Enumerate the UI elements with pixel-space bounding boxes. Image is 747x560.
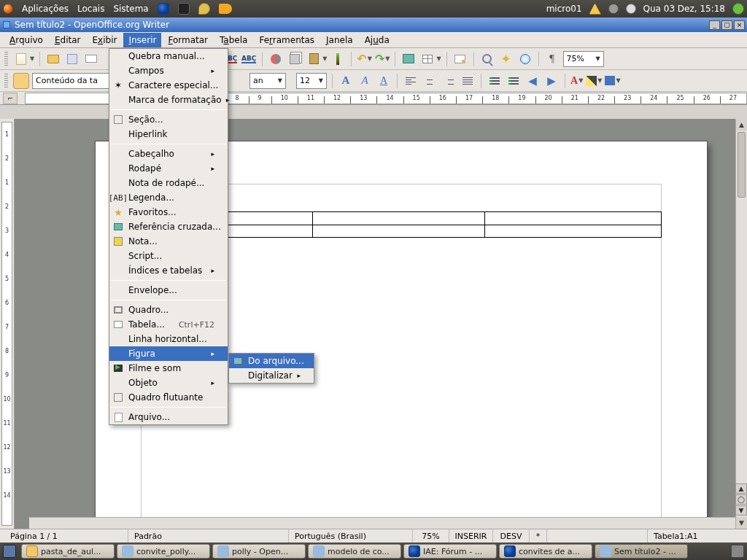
nonprinting-chars-button[interactable]: ¶ <box>544 51 560 67</box>
menu-item-floating-frame[interactable]: Quadro flutuante <box>109 390 228 405</box>
submenu-item-scan[interactable]: Digitalizar▸ <box>229 368 314 383</box>
network-icon[interactable] <box>608 4 619 14</box>
key-launcher-icon[interactable] <box>198 3 210 15</box>
menu-item-figure[interactable]: Figura▸ <box>109 346 228 361</box>
menu-item-crossref[interactable]: Referência cruzada... <box>109 219 228 234</box>
menu-item-section[interactable]: Seção... <box>109 112 228 127</box>
terminal-launcher-icon[interactable] <box>178 3 190 15</box>
menu-item-manual-break[interactable]: Quebra manual... <box>109 49 228 63</box>
window-maximize-button[interactable]: ▢ <box>721 20 732 30</box>
underline-button[interactable]: A <box>376 73 392 89</box>
status-language[interactable]: Português (Brasil) <box>289 529 413 542</box>
spellcheck-button[interactable]: ABÇ <box>241 51 257 67</box>
undo-button[interactable]: ↶▼ <box>357 52 372 66</box>
menu-item-hrule[interactable]: Linha horizontal... <box>109 332 228 346</box>
task-button[interactable]: polly - Open... <box>212 544 306 559</box>
scroll-down-icon[interactable]: ▼ <box>736 517 747 529</box>
task-button[interactable]: pasta_de_aul... <box>21 544 115 559</box>
gnome-menu-places[interactable]: Locais <box>77 4 104 14</box>
hyperlink-button[interactable] <box>400 51 417 67</box>
open-button[interactable] <box>45 51 61 67</box>
gnome-menu-system[interactable]: Sistema <box>113 4 148 14</box>
show-desktop-icon[interactable] <box>3 545 16 558</box>
font-combo-tail[interactable]: an▼ <box>249 73 286 89</box>
copy-button[interactable] <box>287 51 303 67</box>
menu-item-bookmark[interactable]: ★Favoritos... <box>109 205 228 219</box>
menu-item-table[interactable]: Tabela...Ctrl+F12 <box>109 317 228 332</box>
align-right-button[interactable] <box>441 73 457 89</box>
menu-file[interactable]: Arquivo <box>4 33 48 47</box>
menu-item-header[interactable]: Cabeçalho▸ <box>109 147 228 161</box>
menu-edit[interactable]: Editar <box>50 33 86 47</box>
menu-view[interactable]: Exibir <box>88 33 123 47</box>
ruler-corner-button[interactable]: ⌐ <box>3 93 18 104</box>
menu-item-footer[interactable]: Rodapé▸ <box>109 161 228 176</box>
draw-button[interactable] <box>452 51 468 67</box>
italic-button[interactable]: A <box>357 73 373 89</box>
task-button[interactable]: IAE: Fórum - ... <box>403 544 497 559</box>
menu-help[interactable]: Ajuda <box>360 33 395 47</box>
menu-item-object[interactable]: Objeto▸ <box>109 376 228 390</box>
font-color-button[interactable]: A▼ <box>570 75 583 87</box>
ribbon-launcher-icon[interactable] <box>219 4 232 14</box>
vertical-ruler[interactable]: 121234567891011121314 <box>0 119 15 529</box>
session-icon[interactable] <box>732 3 744 15</box>
menu-format[interactable]: Formatar <box>163 33 213 47</box>
menu-item-formatting-mark[interactable]: Marca de formatação▸ <box>109 93 228 107</box>
menu-item-caption[interactable]: [AB]Legenda... <box>109 190 228 205</box>
horizontal-scrollbar[interactable] <box>29 517 735 529</box>
window-minimize-button[interactable]: _ <box>709 20 720 30</box>
increase-indent-button[interactable]: ▶ <box>543 73 560 89</box>
align-center-button[interactable] <box>422 73 438 89</box>
status-selection-mode[interactable]: DESV <box>493 529 530 542</box>
submenu-item-from-file[interactable]: Do arquivo... <box>229 354 314 368</box>
menu-item-script[interactable]: Script... <box>109 249 228 263</box>
menu-window[interactable]: Janela <box>321 33 358 47</box>
page-down-nav-icon[interactable]: ▼ <box>735 505 747 516</box>
clock-indicator[interactable]: Qua 03 Dez, 15:18 <box>643 4 725 14</box>
bullet-list-button[interactable] <box>506 73 522 89</box>
font-size-combo[interactable]: 12▼ <box>296 73 327 89</box>
scroll-up-icon[interactable]: ▲ <box>736 119 747 131</box>
menu-item-file[interactable]: Arquivo... <box>109 410 228 424</box>
alert-icon[interactable] <box>589 4 601 15</box>
menu-item-special-char[interactable]: ✶Caractere especial... <box>109 78 228 93</box>
ubuntu-logo-icon[interactable] <box>3 4 13 14</box>
mail-button[interactable] <box>83 51 99 67</box>
find-button[interactable] <box>479 51 495 67</box>
save-button[interactable] <box>64 51 80 67</box>
task-button[interactable]: convites de a... <box>499 544 592 559</box>
bold-button[interactable]: A <box>338 73 354 89</box>
align-justify-button[interactable] <box>460 73 476 89</box>
task-button-active[interactable]: Sem título2 - ... <box>595 544 688 559</box>
highlight-color-button[interactable]: ▼ <box>586 76 602 86</box>
task-button[interactable]: modelo de co... <box>308 544 401 559</box>
status-zoom[interactable]: 75% <box>413 529 449 542</box>
vertical-scrollbar[interactable]: ▲ ▼ <box>735 119 747 529</box>
redo-button[interactable]: ↷▼ <box>375 52 390 66</box>
menu-item-envelope[interactable]: Envelope... <box>109 283 228 298</box>
menu-item-frame[interactable]: Quadro... <box>109 303 228 317</box>
status-style[interactable]: Padrão <box>128 529 289 542</box>
zoom-combo[interactable]: 75%▼ <box>563 51 604 67</box>
menu-insert[interactable]: Inserir <box>123 33 161 47</box>
nav-select-icon[interactable]: ◯ <box>735 494 747 505</box>
menu-tools[interactable]: Ferramentas <box>254 33 320 47</box>
insert-table-button[interactable]: ▼ <box>419 51 441 67</box>
paragraph-color-button[interactable]: ▼ <box>605 76 620 85</box>
gnome-menu-applications[interactable]: Aplicações <box>22 4 69 14</box>
status-insert-mode[interactable]: INSERIR <box>449 529 493 542</box>
numbered-list-button[interactable] <box>487 73 503 89</box>
styles-button[interactable] <box>13 73 29 89</box>
window-close-button[interactable]: × <box>734 20 745 30</box>
task-button[interactable]: convite_polly... <box>117 544 210 559</box>
menu-item-fields[interactable]: Campos▸ <box>109 63 228 78</box>
menu-item-hyperlink[interactable]: Hiperlink <box>109 127 228 141</box>
decrease-indent-button[interactable]: ◀ <box>525 73 541 89</box>
trash-icon[interactable] <box>731 545 744 558</box>
cut-button[interactable] <box>268 51 284 67</box>
menu-item-footnote[interactable]: Nota de rodapé... <box>109 176 228 190</box>
page-up-nav-icon[interactable]: ▲ <box>735 483 747 494</box>
menu-item-indexes[interactable]: Índices e tabelas▸ <box>109 263 228 278</box>
scroll-thumb[interactable] <box>738 132 746 198</box>
